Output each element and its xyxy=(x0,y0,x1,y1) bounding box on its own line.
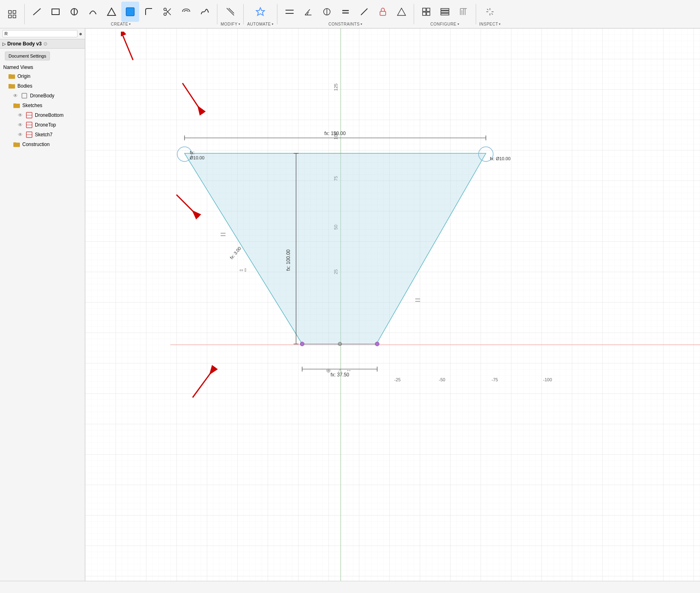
automate1-btn[interactable] xyxy=(251,2,269,22)
eye-icon3[interactable]: 👁 xyxy=(18,122,23,128)
configure3-btn[interactable] xyxy=(455,2,472,22)
folder-icon2 xyxy=(8,82,15,90)
svg-line-23 xyxy=(361,9,367,15)
triangle-btn[interactable] xyxy=(103,2,120,22)
svg-text:25: 25 xyxy=(333,269,338,274)
constraint-tri-btn[interactable] xyxy=(393,2,410,22)
svg-rect-5 xyxy=(52,9,59,15)
constraints-group: CONSTRAINTS ▾ xyxy=(281,2,410,26)
sidebar-item-dronebottom[interactable]: 👁 DroneBottom xyxy=(0,110,85,120)
constraint-lock-btn[interactable] xyxy=(374,2,392,22)
svg-rect-31 xyxy=(441,11,449,13)
constraint-sym-btn[interactable] xyxy=(355,2,373,22)
configure2-btn[interactable] xyxy=(436,2,454,22)
configure-label: CONFIGURE ▾ xyxy=(430,22,459,26)
sidebar: ● ▷ Drone Body v3 ⊙ Document Settings Na… xyxy=(0,28,85,581)
trim-btn[interactable] xyxy=(159,2,176,22)
svg-rect-50 xyxy=(13,103,16,105)
polygon-btn[interactable] xyxy=(121,2,139,22)
arc-btn[interactable] xyxy=(84,2,102,22)
sidebar-item-bodies[interactable]: Bodies xyxy=(0,81,85,91)
svg-marker-72 xyxy=(185,153,486,344)
sidebar-item-dronebody[interactable]: 👁 DroneBody xyxy=(0,91,85,101)
svg-text:fx:: fx: xyxy=(190,150,195,155)
sidebar-item-sketch7[interactable]: 👁 Sketch7 xyxy=(0,130,85,140)
fillet-btn[interactable] xyxy=(140,2,158,22)
svg-line-43 xyxy=(492,13,493,15)
svg-rect-58 xyxy=(13,142,16,144)
svg-text:-100: -100 xyxy=(543,377,552,382)
sidebar-item-construction[interactable]: Construction xyxy=(0,140,85,149)
svg-text:-75: -75 xyxy=(492,377,498,382)
constraint-horiz-btn[interactable] xyxy=(281,2,298,22)
svg-point-95 xyxy=(300,342,304,346)
spline-btn[interactable] xyxy=(196,2,214,22)
modify1-btn[interactable] xyxy=(221,2,239,22)
svg-text:fx: 37.50: fx: 37.50 xyxy=(331,372,349,378)
folder-icon xyxy=(8,73,15,80)
svg-marker-25 xyxy=(397,8,406,15)
svg-marker-14 xyxy=(256,8,264,15)
sidebar-item-origin[interactable]: Origin xyxy=(0,71,85,81)
svg-point-96 xyxy=(375,342,379,346)
search-input[interactable] xyxy=(2,30,77,37)
svg-point-73 xyxy=(177,147,192,161)
sidebar-item-sketches[interactable]: Sketches xyxy=(0,101,85,110)
svg-text:fx: Ø10.00: fx: Ø10.00 xyxy=(490,156,511,161)
annotation-arrow3 xyxy=(172,191,205,224)
constraint-angle-btn[interactable] xyxy=(299,2,317,22)
svg-text:fx: 150.00: fx: 150.00 xyxy=(324,131,346,136)
app-grid-btn[interactable] xyxy=(3,4,21,24)
modify-group: MODIFY ▾ xyxy=(221,2,240,26)
rectangle-btn[interactable] xyxy=(47,2,64,22)
folder-icon3 xyxy=(13,102,20,109)
construction-label: Construction xyxy=(22,142,49,147)
constraint-equal-btn[interactable] xyxy=(337,2,354,22)
doc-settings-btn[interactable]: Document Settings xyxy=(5,52,50,60)
svg-text:125: 125 xyxy=(333,84,338,91)
doc-tab[interactable]: ▷ Drone Body v3 ⊙ xyxy=(0,39,85,49)
create-group: CREATE ▾ xyxy=(28,2,214,26)
search-close-btn[interactable]: ● xyxy=(79,30,82,37)
eye-icon4[interactable]: 👁 xyxy=(18,132,23,138)
line-btn[interactable] xyxy=(28,2,46,22)
annotation-arrow2 xyxy=(178,81,211,123)
inspect1-btn[interactable] xyxy=(481,2,499,22)
svg-rect-32 xyxy=(441,13,449,15)
dronebottom-label: DroneBottom xyxy=(35,112,64,118)
svg-text:-50: -50 xyxy=(439,377,445,382)
svg-text:50: 50 xyxy=(333,225,338,230)
dronebody-label: DroneBody xyxy=(30,93,54,99)
svg-rect-47 xyxy=(9,84,11,85)
eye-icon2[interactable]: 👁 xyxy=(18,112,23,118)
sidebar-item-dronetop[interactable]: 👁 DroneTop xyxy=(0,120,85,130)
sep4 xyxy=(277,4,277,24)
circle-btn[interactable] xyxy=(65,2,83,22)
app-menu[interactable] xyxy=(3,4,21,24)
constraint-circle-btn[interactable] xyxy=(318,2,336,22)
canvas-area[interactable]: 125 100 75 50 25 -25 -50 -75 -100 xyxy=(85,28,700,581)
offset-btn[interactable] xyxy=(177,2,195,22)
svg-text:⊕: ⊕ xyxy=(326,367,331,374)
annotation-arrow4 xyxy=(189,361,221,403)
svg-line-106 xyxy=(176,195,199,217)
svg-point-98 xyxy=(339,344,341,345)
svg-rect-24 xyxy=(380,11,386,15)
named-views-item[interactable]: Named Views xyxy=(0,63,85,71)
svg-rect-48 xyxy=(22,93,27,98)
svg-line-107 xyxy=(193,367,215,397)
svg-text:⇔⇕: ⇔⇕ xyxy=(239,267,247,273)
svg-marker-8 xyxy=(107,8,116,15)
eye-icon1[interactable]: 👁 xyxy=(13,93,18,99)
doc-pin-btn[interactable]: ⊙ xyxy=(43,41,47,47)
svg-text:100: 100 xyxy=(333,132,338,140)
svg-rect-28 xyxy=(423,12,426,15)
bodies-label: Bodies xyxy=(17,83,32,89)
configure1-btn[interactable] xyxy=(417,2,435,22)
toolbar: CREATE ▾ MODIFY ▾ AUTOMATE ▾ xyxy=(0,0,700,28)
doc-settings-container: Document Settings xyxy=(0,49,85,63)
folder-icon4 xyxy=(13,141,20,148)
doc-name: Drone Body v3 xyxy=(7,41,42,47)
main-area: ● ▷ Drone Body v3 ⊙ Document Settings Na… xyxy=(0,28,700,581)
svg-text:↔: ↔ xyxy=(346,367,352,374)
